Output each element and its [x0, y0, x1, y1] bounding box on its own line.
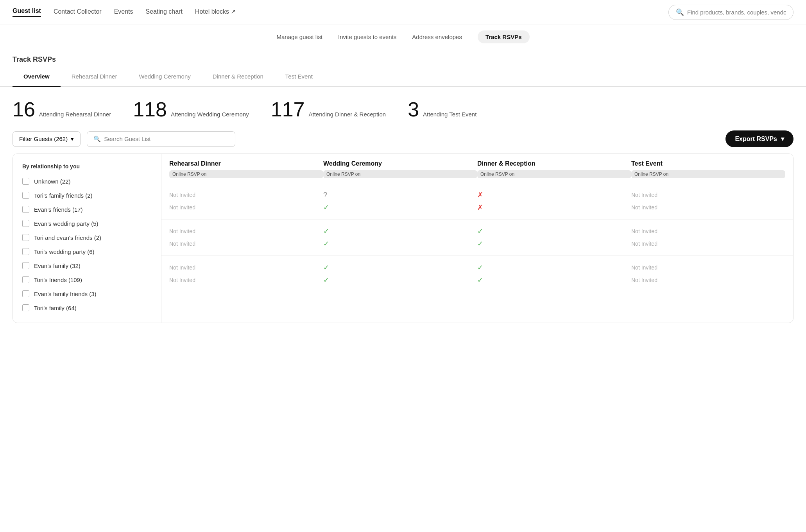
table-row: Not Invited?✗Not Invited [169, 189, 785, 201]
sub-nav-track[interactable]: Track RSVPs [478, 30, 530, 43]
filter-option[interactable]: Evan's wedding party (5) [13, 216, 161, 230]
filter-options-list: Unknown (22)Tori's family friends (2)Eva… [13, 174, 161, 315]
table-row: Not Invited✓✓Not Invited [169, 225, 785, 237]
filter-option-label: Tori's family (64) [34, 305, 77, 311]
stat-dinner-label: Attending Dinner & Reception [309, 111, 386, 118]
table-cell: Not Invited [631, 191, 785, 199]
stat-wedding: 118 Attending Wedding Ceremony [133, 98, 249, 121]
checkbox[interactable] [22, 276, 29, 283]
table-cell: Not Invited [169, 239, 323, 248]
rsvp-badge: Online RSVP on [631, 170, 785, 178]
table-cell: Not Invited [169, 276, 323, 284]
rsvp-badge: Online RSVP on [477, 170, 631, 178]
filter-option-label: Evan's wedding party (5) [34, 220, 99, 227]
not-invited-label: Not Invited [169, 277, 195, 283]
col-header-label: Rehearsal Dinner [169, 160, 323, 167]
tab-dinner[interactable]: Dinner & Reception [202, 67, 274, 87]
nav-seating-chart[interactable]: Seating chart [146, 8, 183, 17]
nav-contact-collector[interactable]: Contact Collector [54, 8, 102, 17]
guest-search-input[interactable] [104, 136, 229, 142]
checkbox[interactable] [22, 220, 29, 227]
check-icon: ✓ [323, 227, 329, 236]
sub-nav-address[interactable]: Address envelopes [412, 34, 462, 40]
filter-option-label: Evan's friends (17) [34, 206, 83, 213]
not-invited-label: Not Invited [169, 228, 195, 234]
checkbox[interactable] [22, 178, 29, 185]
not-invited-label: Not Invited [631, 277, 657, 283]
filter-option-label: Unknown (22) [34, 178, 70, 185]
cross-icon: ✗ [477, 191, 483, 199]
top-nav: Guest list Contact Collector Events Seat… [0, 0, 806, 25]
export-label: Export RSVPs [735, 136, 777, 143]
filter-option[interactable]: Evan's friends (17) [13, 202, 161, 216]
not-invited-label: Not Invited [631, 204, 657, 211]
stat-rehearsal-num: 16 [13, 98, 35, 121]
filter-section-title: By relationship to you [13, 162, 161, 174]
not-invited-label: Not Invited [631, 192, 657, 198]
checkbox[interactable] [22, 290, 29, 297]
filter-option-label: Tori's family friends (2) [34, 192, 93, 199]
table-body: Not Invited?✗Not InvitedNot Invited✓✗Not… [161, 183, 793, 292]
table-row: Not Invited✓✓Not Invited [169, 261, 785, 274]
filter-option[interactable]: Tori's family (64) [13, 301, 161, 315]
check-icon: ✓ [477, 276, 483, 284]
tab-wedding[interactable]: Wedding Ceremony [128, 67, 201, 87]
filter-option-label: Evan's family friends (3) [34, 291, 97, 297]
stat-test-num: 3 [408, 98, 419, 121]
checkbox[interactable] [22, 262, 29, 269]
filter-guests-button[interactable]: Filter Guests (262) ▾ [13, 131, 81, 147]
not-invited-label: Not Invited [169, 204, 195, 211]
checkbox[interactable] [22, 206, 29, 213]
column-header: Dinner & ReceptionOnline RSVP on [477, 160, 631, 178]
filter-option[interactable]: Unknown (22) [13, 174, 161, 188]
filter-option-label: Tori and evan's friends (2) [34, 234, 101, 241]
column-header: Wedding CeremonyOnline RSVP on [323, 160, 477, 178]
nav-search-input[interactable] [687, 9, 786, 16]
stats-row: 16 Attending Rehearsal Dinner 118 Attend… [0, 87, 806, 130]
check-icon: ✓ [323, 203, 329, 212]
check-icon: ✓ [323, 263, 329, 272]
sub-nav-manage[interactable]: Manage guest list [277, 34, 323, 40]
rsvp-badge: Online RSVP on [323, 170, 477, 178]
table-cell: Not Invited [631, 227, 785, 236]
filter-option[interactable]: Tori and evan's friends (2) [13, 230, 161, 245]
tab-overview[interactable]: Overview [13, 67, 61, 87]
export-rsvps-button[interactable]: Export RSVPs ▾ [725, 130, 793, 147]
col-header-label: Wedding Ceremony [323, 160, 477, 167]
chevron-down-icon: ▾ [781, 135, 784, 143]
table-row: Not Invited✓✓Not Invited [169, 237, 785, 250]
table-cell: ✓ [323, 276, 477, 284]
stat-wedding-label: Attending Wedding Ceremony [171, 111, 249, 118]
table-row: Not Invited✓✗Not Invited [169, 201, 785, 214]
table-cell: ✓ [323, 227, 477, 236]
stat-rehearsal-label: Attending Rehearsal Dinner [39, 111, 111, 118]
right-panel: Rehearsal DinnerOnline RSVP onWedding Ce… [161, 154, 793, 323]
content-body: By relationship to you Unknown (22)Tori'… [13, 154, 793, 323]
checkbox[interactable] [22, 192, 29, 199]
checkbox[interactable] [22, 304, 29, 311]
nav-events[interactable]: Events [114, 8, 133, 17]
filter-option[interactable]: Tori's family friends (2) [13, 188, 161, 202]
checkbox[interactable] [22, 248, 29, 255]
table-cell: Not Invited [631, 203, 785, 212]
filter-option[interactable]: Evan's family (32) [13, 259, 161, 273]
tab-rehearsal[interactable]: Rehearsal Dinner [61, 67, 128, 87]
chevron-down-icon: ▾ [71, 136, 74, 143]
table-row-group: Not Invited?✗Not InvitedNot Invited✓✗Not… [161, 183, 793, 220]
tab-test[interactable]: Test Event [274, 67, 324, 87]
nav-hotel-blocks[interactable]: Hotel blocks ↗ [195, 8, 236, 17]
left-panel: By relationship to you Unknown (22)Tori'… [13, 154, 161, 323]
check-icon: ✓ [323, 276, 329, 284]
filter-option[interactable]: Evan's family friends (3) [13, 287, 161, 301]
nav-guest-list[interactable]: Guest list [13, 7, 41, 17]
table-cell: Not Invited [169, 227, 323, 236]
table-cell: Not Invited [169, 203, 323, 212]
sub-nav: Manage guest list Invite guests to event… [0, 25, 806, 49]
table-cell: ✓ [477, 263, 631, 272]
check-icon: ✓ [477, 239, 483, 248]
filter-option[interactable]: Tori's wedding party (6) [13, 245, 161, 259]
not-invited-label: Not Invited [169, 264, 195, 271]
checkbox[interactable] [22, 234, 29, 241]
sub-nav-invite[interactable]: Invite guests to events [338, 34, 396, 40]
filter-option[interactable]: Tori's friends (109) [13, 273, 161, 287]
